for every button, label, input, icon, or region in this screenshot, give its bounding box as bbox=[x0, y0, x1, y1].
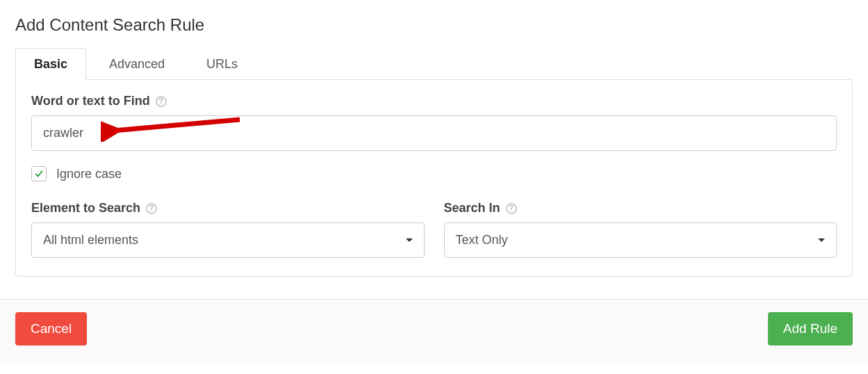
searchin-label-text: Search In bbox=[444, 201, 500, 216]
help-icon[interactable]: ? bbox=[156, 96, 167, 107]
chevron-down-icon bbox=[406, 238, 413, 242]
element-label: Element to Search ? bbox=[31, 201, 425, 216]
element-label-text: Element to Search bbox=[31, 201, 140, 216]
tab-basic[interactable]: Basic bbox=[15, 48, 86, 80]
element-select-value: All html elements bbox=[43, 233, 138, 247]
tab-advanced[interactable]: Advanced bbox=[90, 48, 183, 80]
tabs-list: Basic Advanced URLs bbox=[15, 47, 853, 79]
footer-bar: Cancel Add Rule bbox=[0, 299, 868, 364]
tab-urls[interactable]: URLs bbox=[188, 48, 256, 80]
word-label: Word or text to Find ? bbox=[31, 94, 837, 108]
help-icon[interactable]: ? bbox=[506, 203, 517, 214]
add-rule-button[interactable]: Add Rule bbox=[768, 312, 853, 345]
tab-panel-basic: Word or text to Find ? bbox=[15, 79, 853, 277]
searchin-select-value: Text Only bbox=[456, 233, 508, 247]
ignore-case-label: Ignore case bbox=[56, 167, 122, 181]
element-select[interactable]: All html elements bbox=[31, 222, 425, 258]
searchin-select[interactable]: Text Only bbox=[444, 222, 837, 258]
checkmark-icon bbox=[34, 169, 44, 179]
page-title: Add Content Search Rule bbox=[15, 15, 853, 35]
searchin-label: Search In ? bbox=[444, 201, 837, 216]
cancel-button[interactable]: Cancel bbox=[15, 312, 87, 345]
word-input[interactable] bbox=[31, 115, 837, 151]
help-icon[interactable]: ? bbox=[146, 203, 157, 214]
ignore-case-checkbox[interactable] bbox=[31, 166, 47, 181]
word-label-text: Word or text to Find bbox=[31, 94, 150, 108]
chevron-down-icon bbox=[818, 238, 825, 242]
